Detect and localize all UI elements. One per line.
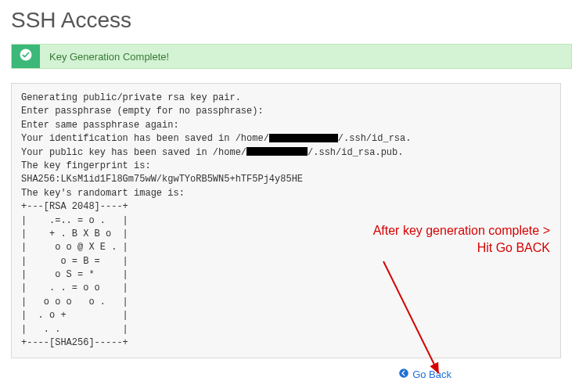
go-back-label: Go Back	[412, 369, 451, 380]
check-circle-icon	[19, 48, 33, 65]
circle-arrow-left-icon	[398, 368, 409, 381]
alert-success: Key Generation Complete!	[11, 44, 572, 69]
alert-message: Key Generation Complete!	[40, 45, 178, 68]
go-back-link[interactable]: Go Back	[398, 368, 451, 381]
svg-point-1	[399, 369, 408, 379]
redacted-text	[246, 147, 308, 156]
redacted-text	[269, 134, 338, 142]
footer-actions: Go Back	[11, 368, 561, 382]
terminal-output: Generating public/private rsa key pair. …	[11, 83, 561, 358]
success-icon-box	[12, 45, 40, 68]
page-title: SSH Access	[0, 0, 572, 44]
